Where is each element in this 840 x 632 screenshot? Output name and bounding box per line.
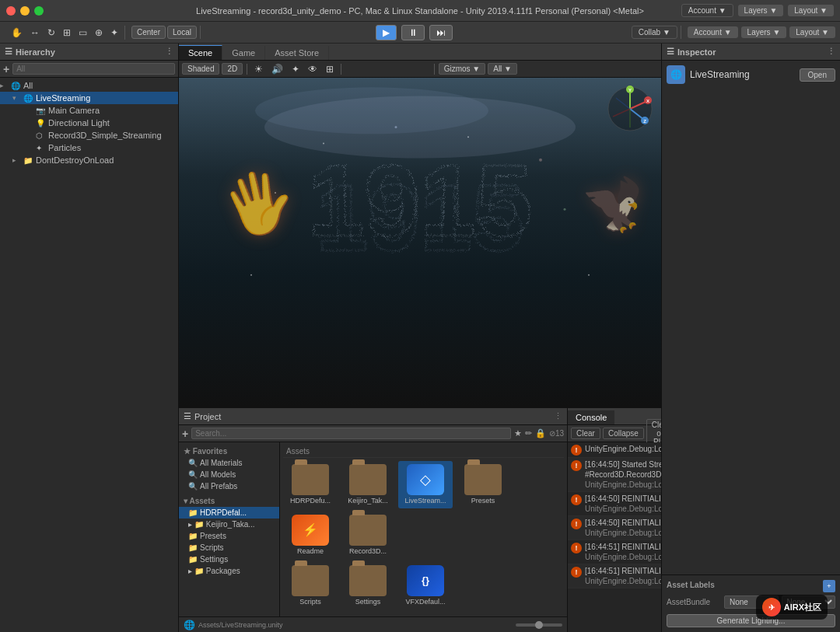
layout-menu[interactable]: Layout ▼ (789, 26, 835, 38)
all-layers-button[interactable]: All ▼ (488, 63, 517, 75)
rect-tool[interactable]: ▭ (75, 26, 90, 40)
proj-presets[interactable]: 📁 Presets (179, 530, 279, 542)
step-button[interactable]: ⏭ (429, 25, 453, 40)
asset-label: Keijiro_Tak... (348, 497, 388, 505)
tree-item-all[interactable]: ▸ 🌐 All (0, 79, 178, 92)
2d-button[interactable]: 2D (222, 63, 243, 75)
proj-all-models[interactable]: 🔍 All Models (179, 469, 279, 480)
project-lock[interactable]: 🔒 (535, 428, 546, 438)
proj-label: Presets (200, 532, 226, 540)
tab-scene[interactable]: Scene (179, 45, 222, 60)
tree-item-dirlight[interactable]: 💡 Directional Light (0, 117, 178, 129)
move-tool[interactable]: ↔ (27, 26, 43, 40)
project-star[interactable]: ★ (514, 428, 522, 438)
scene-extra[interactable]: ⊞ (323, 62, 337, 76)
tree-item-dontdestroy[interactable]: ▸ 📁 DontDestroyOnLoad (0, 154, 178, 166)
traffic-lights (6, 6, 44, 16)
folder-icon: 📁 (188, 555, 198, 564)
asset-keijiro[interactable]: Keijiro_Tak... (341, 461, 395, 508)
scene-view[interactable]: 1915 1915 (179, 78, 661, 407)
audio-toggle[interactable]: 🔊 (268, 62, 286, 76)
slider-thumb (535, 621, 543, 629)
gizmos-button[interactable]: Gizmos ▼ (439, 63, 486, 75)
tree-label: Main Camera (48, 106, 100, 115)
transform-tool[interactable]: ⊕ (92, 26, 106, 40)
open-button[interactable]: Open (800, 68, 835, 82)
tree-item-record3d[interactable]: ⬡ Record3D_Simple_Streaming (0, 129, 178, 141)
group-icon: 📁 (23, 156, 34, 165)
inspector-options[interactable]: ⋮ (827, 47, 835, 57)
project-edit[interactable]: ✏ (525, 428, 532, 438)
collab-button[interactable]: Account ▼ (681, 4, 733, 17)
tree-item-livestreaming[interactable]: ▾ 🌐 LiveStreaming (0, 92, 178, 104)
asset-scripts[interactable]: Scripts (283, 562, 338, 609)
scale-tool[interactable]: ⊞ (60, 26, 74, 40)
light-icon: 💡 (36, 119, 47, 127)
proj-hdrp[interactable]: 📁 HDRPDefal... (179, 507, 279, 519)
account-menu[interactable]: Account ▼ (688, 26, 738, 38)
main-area: ☰ Hierarchy ⋮ + ▸ 🌐 All ▾ 🌐 LiveStreamin… (0, 44, 840, 632)
folder-icon-keijiro (349, 464, 387, 495)
inspector-header: ☰ Inspector ⋮ (662, 44, 840, 61)
play-button[interactable]: ▶ (376, 25, 397, 40)
hierarchy-add[interactable]: + (3, 63, 9, 75)
asset-record3d[interactable]: Record3D... (341, 512, 395, 559)
maximize-button[interactable] (34, 6, 44, 16)
warn-icon: ! (571, 543, 582, 553)
shaded-button[interactable]: Shaded (182, 63, 219, 75)
hierarchy-options[interactable]: ⋮ (165, 47, 173, 57)
asset-settings[interactable]: Settings (341, 562, 395, 609)
warn-icon: ! (571, 567, 582, 578)
local-button[interactable]: Local (167, 26, 197, 39)
close-button[interactable] (6, 6, 16, 16)
pivot-group: Center Local (128, 26, 201, 39)
warn-icon: ! (571, 445, 582, 456)
fx-toggle[interactable]: ✦ (289, 62, 303, 76)
tab-console[interactable]: Console (568, 410, 614, 424)
asset-hdrp[interactable]: HDRPDefu... (283, 461, 338, 508)
proj-packages[interactable]: ▸ 📁 Packages (179, 565, 279, 577)
collab-dropdown[interactable]: Collab ▼ (632, 26, 677, 39)
minimize-button[interactable] (20, 6, 30, 16)
zoom-slider[interactable] (516, 623, 562, 627)
scene-gizmo[interactable]: Y X Z (607, 86, 653, 132)
pause-button[interactable]: ⏸ (401, 25, 425, 40)
asset-livestream[interactable]: ◇ LiveStream... (398, 461, 453, 508)
asset-readme[interactable]: ⚡ Readme (283, 512, 338, 559)
project-menu-icon[interactable]: ☰ (184, 411, 191, 421)
layers-menu[interactable]: Layers ▼ (741, 26, 787, 38)
hierarchy-search[interactable] (12, 63, 175, 75)
extra-tool[interactable]: ✦ (107, 26, 121, 40)
light-toggle[interactable]: ☀ (251, 62, 266, 76)
tree-arrow: ▸ (0, 82, 11, 89)
proj-all-prefabs[interactable]: 🔍 All Prefabs (179, 480, 279, 492)
proj-scripts[interactable]: 📁 Scripts (179, 542, 279, 553)
proj-all-materials[interactable]: 🔍 All Materials (179, 457, 279, 469)
tab-game[interactable]: Game (222, 46, 265, 60)
inspector-menu-icon[interactable]: ☰ (667, 47, 674, 57)
bottom-area: ☰ Project ⋮ + ★ ✏ 🔒 ⊘13 ★ Fav (179, 407, 661, 632)
asset-label: Settings (355, 598, 381, 606)
asset-vfxdefault[interactable]: {} VFXDefaul... (398, 562, 453, 609)
project-search[interactable] (191, 428, 511, 439)
proj-settings[interactable]: 📁 Settings (179, 553, 279, 565)
project-options[interactable]: ⋮ (554, 411, 562, 421)
clear-button[interactable]: Clear (571, 428, 600, 439)
hand-tool[interactable]: ✋ (8, 26, 26, 40)
hierarchy-menu-icon[interactable]: ☰ (5, 47, 12, 57)
scene-icon: 🌐 (11, 82, 22, 90)
proj-keijiro[interactable]: ▸ 📁 Keijiro_Taka... (179, 519, 279, 530)
collapse-button[interactable]: Collapse (603, 428, 644, 439)
layers-button[interactable]: Layers ▼ (738, 5, 784, 16)
tree-item-maincamera[interactable]: 📷 Main Camera (0, 104, 178, 117)
tree-arrow: ▸ (12, 156, 23, 164)
project-add[interactable]: + (182, 428, 188, 440)
rotate-tool[interactable]: ↻ (44, 26, 58, 40)
layout-button[interactable]: Layout ▼ (788, 5, 834, 16)
asset-presets[interactable]: Presets (456, 461, 510, 508)
add-label-icon[interactable]: + (823, 580, 835, 592)
tree-item-particles[interactable]: ✦ Particles (0, 141, 178, 154)
scene-visibility[interactable]: 👁 (305, 62, 320, 76)
center-button[interactable]: Center (131, 26, 166, 39)
tab-asset-store[interactable]: Asset Store (265, 46, 329, 60)
